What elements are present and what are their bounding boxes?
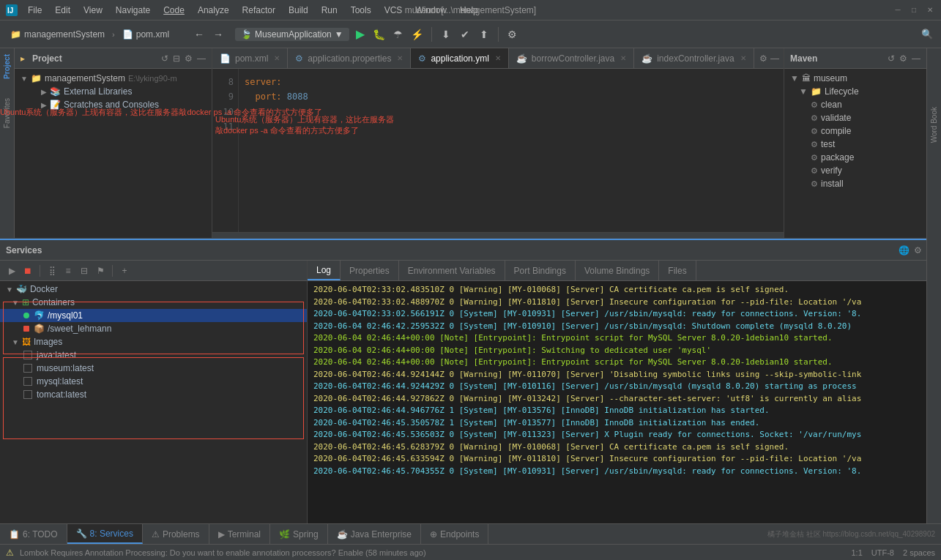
editor-scrollbar[interactable]	[212, 232, 784, 238]
svc-expand-btn[interactable]: ≡	[61, 264, 75, 278]
maven-refresh-icon[interactable]: ↺	[888, 53, 895, 64]
toolbar-back-btn[interactable]: ←	[191, 26, 207, 42]
svc-flag-btn[interactable]: ⚑	[93, 264, 108, 278]
tab-borrow-close-icon[interactable]: ✕	[620, 54, 626, 62]
project-panel-close-icon[interactable]: —	[197, 53, 206, 64]
bottom-tab-todo[interactable]: 📋 6: TODO	[0, 524, 67, 544]
menu-file[interactable]: File	[22, 4, 48, 17]
menu-edit[interactable]: Edit	[49, 4, 76, 17]
maven-clean[interactable]: ⚙ clean	[784, 98, 926, 111]
maven-install[interactable]: ⚙ install	[784, 177, 926, 190]
maven-verify[interactable]: ⚙ verify	[784, 164, 926, 177]
project-strip-label[interactable]: Project	[3, 54, 11, 79]
settings-btn[interactable]: ⚙	[505, 26, 521, 42]
search-everywhere-btn[interactable]: 🔍	[919, 26, 935, 42]
menu-refactor[interactable]: Refactor	[237, 4, 281, 17]
log-tab-log[interactable]: Log	[308, 261, 341, 280]
menu-run[interactable]: Run	[316, 4, 343, 17]
close-button[interactable]: ✕	[925, 5, 935, 15]
status-indent[interactable]: 2 spaces	[903, 548, 935, 557]
svc-filter-btn[interactable]: ⊟	[77, 264, 92, 278]
breadcrumb-file[interactable]: 📄 pom.xml	[118, 28, 174, 41]
svc-containers-item[interactable]: ▼ ⊞ Containers	[0, 296, 307, 309]
maven-minimize-icon[interactable]: —	[912, 53, 920, 64]
debug-button[interactable]: 🐛	[371, 26, 387, 42]
services-settings-icon[interactable]: ⚙	[914, 245, 922, 255]
favorites-strip-label[interactable]: Favorites	[3, 98, 11, 128]
tab-borrow-controller[interactable]: ☕ borrowController.java ✕	[509, 48, 634, 68]
profile-button[interactable]: ⚡	[409, 26, 425, 42]
bottom-tab-services[interactable]: 🔧 8: Services	[67, 524, 143, 544]
tab-yml-close-icon[interactable]: ✕	[495, 54, 501, 62]
bottom-tab-problems[interactable]: ⚠ Problems	[143, 524, 209, 544]
svc-museum-image-item[interactable]: museum:latest	[0, 362, 307, 375]
svc-sweet-lehmann-item[interactable]: 📦 /sweet_lehmann	[0, 322, 307, 335]
menu-navigate[interactable]: Navigate	[110, 4, 156, 17]
vcs-push-btn[interactable]: ⬆	[476, 26, 492, 42]
maven-compile[interactable]: ⚙ compile	[784, 124, 926, 138]
maximize-button[interactable]: □	[909, 5, 919, 15]
svc-run-btn[interactable]: ▶	[4, 264, 19, 278]
editor-content[interactable]: 8 9 10 11 server: port: 8088 Ubuntu系统（服务…	[212, 69, 784, 232]
run-config-dropdown[interactable]: 🍃 MuseumApplication ▼	[235, 28, 349, 41]
coverage-button[interactable]: ☂	[390, 26, 406, 42]
log-tab-properties[interactable]: Properties	[341, 261, 399, 280]
tab-app-properties[interactable]: ⚙ application.properties ✕	[288, 48, 411, 68]
svc-stop-btn[interactable]: ⏹	[21, 264, 35, 278]
svc-images-item[interactable]: ▼ 🖼 Images	[0, 335, 307, 348]
bottom-tab-java-enterprise[interactable]: ☕ Java Enterprise	[328, 524, 421, 544]
log-tab-volume-bindings[interactable]: Volume Bindings	[576, 261, 659, 280]
maven-validate[interactable]: ⚙ validate	[784, 111, 926, 124]
editor-close-icon[interactable]: —	[770, 53, 779, 64]
tab-props-close-icon[interactable]: ✕	[397, 54, 403, 62]
log-tab-files[interactable]: Files	[659, 261, 696, 280]
toolbar-forward-btn[interactable]: →	[210, 26, 226, 42]
menu-analyze[interactable]: Analyze	[192, 4, 235, 17]
svc-docker-item[interactable]: ▼ 🐳 Docker	[0, 283, 307, 296]
project-nav[interactable]: 📁 managementSystem	[6, 28, 109, 41]
log-tab-port-bindings[interactable]: Port Bindings	[505, 261, 576, 280]
log-tab-env-vars[interactable]: Environment Variables	[399, 261, 505, 280]
tab-pom-xml[interactable]: 📄 pom.xml ✕	[212, 48, 288, 68]
tree-scratches[interactable]: ▶ 📝 Scratches and Consoles	[15, 98, 212, 111]
status-position[interactable]: 1:1	[852, 548, 863, 557]
status-encoding[interactable]: UTF-8	[871, 548, 894, 557]
menu-build[interactable]: Build	[283, 4, 314, 17]
menu-code[interactable]: Code	[157, 4, 190, 17]
gear-settings-icon[interactable]: ⚙	[185, 53, 193, 64]
tab-pom-close-icon[interactable]: ✕	[274, 54, 280, 62]
menu-view[interactable]: View	[78, 4, 108, 17]
svc-add-btn[interactable]: +	[117, 264, 132, 278]
minimize-button[interactable]: ─	[893, 5, 903, 15]
svc-mysql01-item[interactable]: 🐬 /mysql01	[0, 309, 307, 322]
bottom-tab-spring[interactable]: 🌿 Spring	[270, 524, 328, 544]
log-content[interactable]: 2020-06-04T02:33:02.483510Z 0 [Warning] …	[308, 281, 926, 554]
tab-app-yml[interactable]: ⚙ application.yml ✕	[411, 48, 508, 68]
svc-mysql-image-item[interactable]: mysql:latest	[0, 375, 307, 388]
sync-icon[interactable]: ↺	[161, 53, 168, 64]
word-book-label[interactable]: Word Book	[930, 107, 938, 143]
bottom-tab-endpoints[interactable]: ⊕ Endpoints	[421, 524, 488, 544]
svc-java-image-item[interactable]: java:latest	[0, 348, 307, 362]
menu-tools[interactable]: Tools	[345, 4, 377, 17]
svc-tomcat-image-item[interactable]: tomcat:latest	[0, 388, 307, 401]
run-button[interactable]: ▶	[352, 26, 368, 42]
bottom-tab-terminal[interactable]: ▶ Terminal	[209, 524, 270, 544]
svc-grid-btn[interactable]: ⣿	[45, 264, 59, 278]
editor-settings-icon[interactable]: ⚙	[759, 53, 767, 64]
menu-vcs[interactable]: VCS	[379, 4, 409, 17]
tree-root[interactable]: ▼ 📁 managementSystem E:\lyking90-m	[15, 72, 212, 85]
vcs-commit-btn[interactable]: ✔	[457, 26, 473, 42]
services-globe-icon[interactable]: 🌐	[899, 245, 910, 255]
maven-settings-icon[interactable]: ⚙	[899, 53, 907, 64]
tab-index-controller[interactable]: ☕ indexController.java ✕	[634, 48, 754, 68]
vcs-update-btn[interactable]: ⬇	[438, 26, 454, 42]
word-book-strip[interactable]: Word Book	[926, 48, 941, 523]
tab-index-close-icon[interactable]: ✕	[740, 54, 746, 62]
maven-test[interactable]: ⚙ test	[784, 138, 926, 151]
maven-root[interactable]: ▼ 🏛 museum	[784, 72, 926, 85]
status-message[interactable]: Lombok Requires Annotation Processing: D…	[20, 548, 846, 557]
tree-ext-libraries[interactable]: ▶ 📚 External Libraries	[15, 85, 212, 98]
code-editor[interactable]: server: port: 8088	[239, 69, 784, 232]
maven-package[interactable]: ⚙ package	[784, 151, 926, 164]
